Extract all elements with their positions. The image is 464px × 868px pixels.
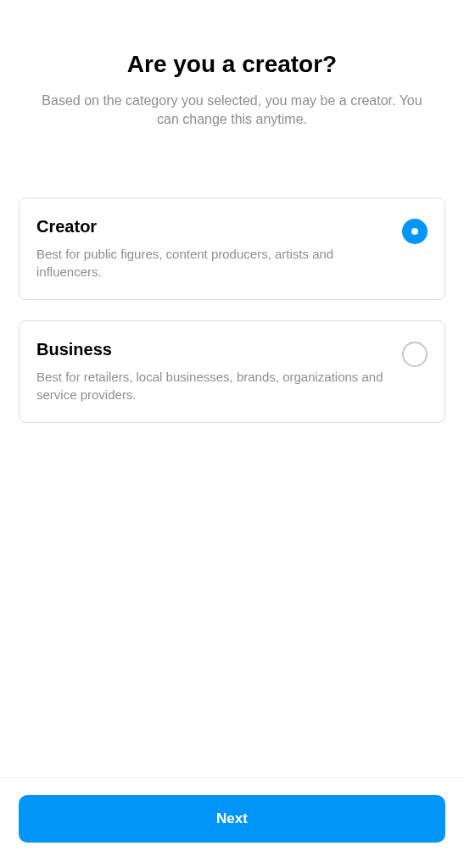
option-title: Creator xyxy=(36,217,385,236)
option-title: Business xyxy=(36,340,385,359)
option-description: Best for retailers, local businesses, br… xyxy=(36,368,385,403)
options-list: Creator Best for public figures, content… xyxy=(19,198,445,423)
header: Are you a creator? Based on the category… xyxy=(19,0,445,155)
radio-selected-icon[interactable] xyxy=(402,219,428,244)
option-creator[interactable]: Creator Best for public figures, content… xyxy=(19,198,445,300)
page-subtitle: Based on the category you selected, you … xyxy=(19,92,445,130)
footer: Next xyxy=(0,777,464,868)
next-button[interactable]: Next xyxy=(19,795,445,843)
option-content: Business Best for retailers, local busin… xyxy=(36,340,402,403)
radio-unselected-icon[interactable] xyxy=(402,342,428,367)
option-business[interactable]: Business Best for retailers, local busin… xyxy=(19,320,445,423)
option-description: Best for public figures, content produce… xyxy=(36,245,385,281)
page-title: Are you a creator? xyxy=(19,51,445,78)
option-content: Creator Best for public figures, content… xyxy=(36,217,402,281)
